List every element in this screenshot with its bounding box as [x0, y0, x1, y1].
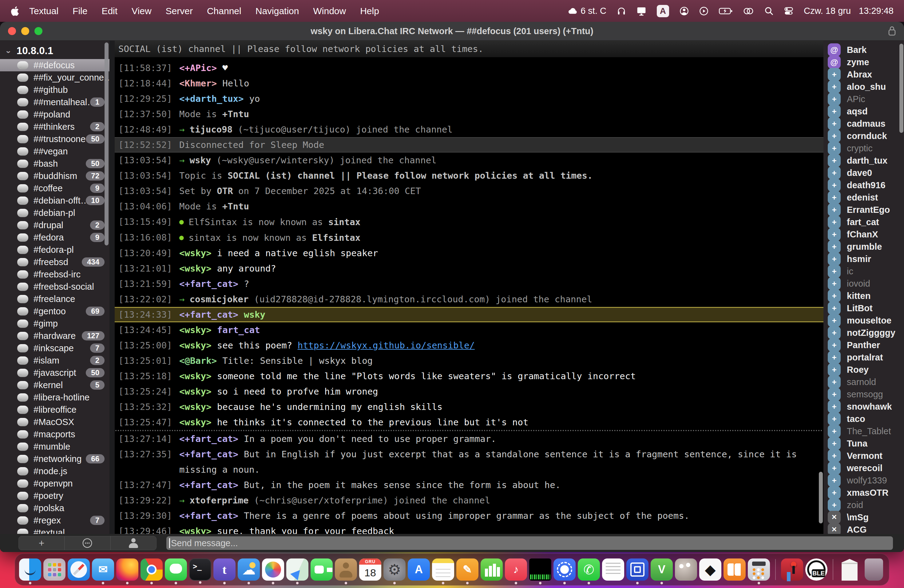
- user-list-item-tuna[interactable]: +Tuna: [823, 437, 904, 450]
- user-list-item--msg[interactable]: ✕\mSg: [823, 511, 904, 523]
- dock-squares-app-icon[interactable]: [626, 558, 648, 581]
- nickname[interactable]: <wsky>: [179, 340, 212, 351]
- sidebar-item--debian-pl[interactable]: #debian-pl: [0, 207, 109, 219]
- user-list-item-fart-cat[interactable]: +fart_cat: [823, 216, 904, 228]
- sidebar-item--networking[interactable]: #networking66: [0, 453, 109, 465]
- dock-safari-icon[interactable]: [68, 558, 90, 581]
- menu-item-window[interactable]: Window: [306, 6, 353, 16]
- dock-books-icon[interactable]: [724, 558, 746, 581]
- user-list-item-xmasotr[interactable]: +xmasOTR: [823, 487, 904, 499]
- sidebar-item--macports[interactable]: #macports: [0, 428, 109, 440]
- user-list-item-bark[interactable]: @Bark: [823, 44, 904, 56]
- dock-calendar-icon[interactable]: GRU18: [359, 558, 381, 581]
- user-list-item-kitten[interactable]: +kitten: [823, 290, 904, 302]
- sidebar-scrollbar[interactable]: [104, 43, 109, 245]
- dock-weather-icon[interactable]: ☁: [238, 558, 260, 581]
- nickname[interactable]: <+fart_cat>: [179, 511, 238, 521]
- dock-music-icon[interactable]: ♪: [505, 558, 527, 581]
- dock-messages-icon[interactable]: [165, 558, 187, 581]
- dock-macvim-icon[interactable]: V: [651, 558, 673, 581]
- sidebar-item--fedora-pl[interactable]: #fedora-pl: [0, 243, 109, 256]
- dock-firefox-icon[interactable]: [116, 558, 138, 581]
- sidebar-item--libreoffice[interactable]: #libreoffice: [0, 403, 109, 416]
- handoff-rings-icon[interactable]: [743, 7, 754, 15]
- user-list-item-apic[interactable]: +APic: [823, 93, 904, 105]
- weather-status[interactable]: 6 st. C: [568, 6, 606, 16]
- user-list-item-notziggggy[interactable]: +notZiggggy: [823, 327, 904, 339]
- menu-item-textual[interactable]: Textual: [22, 6, 65, 16]
- user-list-item-iovoid[interactable]: +iovoid: [823, 277, 904, 290]
- nickname[interactable]: <+darth_tux>: [179, 93, 244, 104]
- dock-terminal-icon[interactable]: >_: [189, 558, 211, 581]
- user-list-item-portalrat[interactable]: +portalrat: [823, 351, 904, 364]
- dock-textual-icon[interactable]: t: [213, 558, 235, 581]
- sidebar-item--textual[interactable]: #textual: [0, 526, 109, 534]
- sidebar-item--gimp[interactable]: #gimp: [0, 318, 109, 330]
- user-list-scrollbar[interactable]: [899, 44, 903, 133]
- user-list-item-hsmir[interactable]: +hsmir: [823, 253, 904, 265]
- nickname[interactable]: <+APic>: [179, 63, 217, 73]
- user-list-item-panther[interactable]: +Panther: [823, 339, 904, 351]
- headphones-icon[interactable]: [617, 6, 626, 16]
- dock-signal-icon[interactable]: [553, 558, 575, 581]
- user-list-item-dave0[interactable]: +dave0: [823, 167, 904, 179]
- user-account-icon[interactable]: [680, 6, 689, 16]
- sidebar-item--regex[interactable]: #regex7: [0, 514, 109, 526]
- dock-launchpad-icon[interactable]: [43, 558, 65, 581]
- menu-item-edit[interactable]: Edit: [95, 6, 125, 16]
- sidebar-item--islam[interactable]: #islam2: [0, 354, 109, 367]
- zoom-button[interactable]: [35, 27, 43, 35]
- sidebar-item--bash[interactable]: #bash50: [0, 158, 109, 170]
- sidebar-item--vegan[interactable]: ##vegan: [0, 145, 109, 158]
- sidebar-item--freebsd[interactable]: #freebsd434: [0, 256, 109, 268]
- user-list-item-aqsd[interactable]: +aqsd: [823, 105, 904, 117]
- title-bar[interactable]: wsky on Libera.Chat IRC Network — ##defo…: [0, 22, 904, 41]
- user-list-item-errantego[interactable]: +ErrantEgo: [823, 204, 904, 216]
- user-list-toggle-button[interactable]: [111, 536, 156, 550]
- battery-icon[interactable]: [719, 7, 732, 15]
- user-list-item-edenist[interactable]: +edenist: [823, 191, 904, 204]
- menu-item-channel[interactable]: Channel: [200, 6, 248, 16]
- sidebar-item--libera-hotline[interactable]: #libera-hotline: [0, 391, 109, 403]
- topic-bar[interactable]: SOCIAL (ist) channel || Please follow ne…: [115, 41, 823, 58]
- sidebar-item--kernel[interactable]: #kernel5: [0, 379, 109, 391]
- sidebar-item--thinkers[interactable]: ##thinkers2: [0, 120, 109, 133]
- sidebar-item--openvpn[interactable]: #openvpn: [0, 477, 109, 490]
- sidebar-item--fedora[interactable]: #fedora9: [0, 231, 109, 243]
- minimize-button[interactable]: [21, 27, 29, 35]
- user-list-item-mouseltoe[interactable]: +mouseltoe: [823, 314, 904, 327]
- nickname[interactable]: <+fart_cat>: [179, 309, 238, 320]
- dock-finder-icon[interactable]: [19, 558, 41, 581]
- user-list-item-cadmaus[interactable]: +cadmaus: [823, 117, 904, 130]
- control-center-icon[interactable]: [784, 6, 793, 16]
- user-list-item-grumble[interactable]: +grumble: [823, 240, 904, 253]
- sidebar-item--hardware[interactable]: #hardware127: [0, 330, 109, 342]
- sidebar-item--debian-offt-[interactable]: #debian-offt…10: [0, 194, 109, 207]
- dock-contacts-icon[interactable]: [335, 558, 357, 581]
- user-list-item-zyme[interactable]: @zyme: [823, 56, 904, 68]
- dock-photos-icon[interactable]: [262, 558, 284, 581]
- dock-calculator-icon[interactable]: [748, 558, 770, 581]
- sidebar-item--buddhism[interactable]: #buddhism72: [0, 170, 109, 182]
- dock-maps-icon[interactable]: [286, 558, 308, 581]
- dock-audio-visualizer-icon[interactable]: [529, 558, 551, 581]
- nickname[interactable]: <wsky>: [179, 417, 212, 427]
- user-list-item-roey[interactable]: +Roey: [823, 364, 904, 376]
- nickname[interactable]: <wsky>: [179, 526, 212, 534]
- nickname[interactable]: <wsky>: [179, 248, 212, 258]
- user-list-item-snowhawk[interactable]: +snowhawk: [823, 400, 904, 413]
- input-source-icon[interactable]: A: [657, 5, 669, 17]
- user-list-item-darth-tux[interactable]: +darth_tux: [823, 154, 904, 167]
- nickname[interactable]: <wsky>: [179, 386, 212, 397]
- user-list-item-wolfy1339[interactable]: +wolfy1339: [823, 474, 904, 487]
- nickname[interactable]: <wsky>: [179, 401, 212, 412]
- user-list-item-sarnold[interactable]: +sarnold: [823, 376, 904, 388]
- chat-scrollbar[interactable]: [819, 472, 823, 523]
- spotlight-search-icon[interactable]: [764, 6, 774, 16]
- message-link[interactable]: https://wskyx.github.io/sensible/: [298, 340, 475, 351]
- nickname[interactable]: <@Bark>: [179, 356, 217, 366]
- menu-item-help[interactable]: Help: [353, 6, 386, 16]
- nickname[interactable]: <+fart_cat>: [179, 480, 238, 490]
- sidebar-item--coffee[interactable]: #coffee9: [0, 182, 109, 194]
- sidebar-item--node-js[interactable]: #node.js: [0, 465, 109, 477]
